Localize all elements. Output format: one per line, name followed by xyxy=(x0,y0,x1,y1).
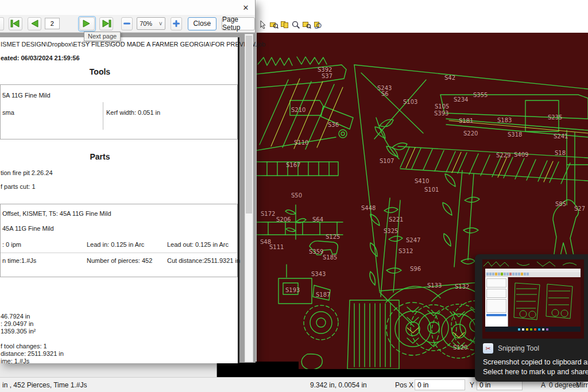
part-detail-box: Offset, KISMET, T5: 45A 11G Fine Mild 45… xyxy=(0,204,238,277)
preview-scrollbar[interactable] xyxy=(245,34,253,362)
kerf-width: Kerf width: 0.051 in xyxy=(106,109,160,116)
part-label: S234 xyxy=(454,96,468,103)
part-label: S50 xyxy=(291,192,302,199)
zoom-out-button[interactable] xyxy=(121,17,133,30)
part-label: S120 xyxy=(453,344,467,351)
detail-box-divider xyxy=(1,253,237,253)
thumbnail-side-panel xyxy=(485,277,508,327)
part-label: S18 xyxy=(555,150,566,156)
close-icon[interactable]: ✕ xyxy=(240,2,252,13)
summary-time: ime: 1.#Js xyxy=(1,358,64,365)
summary-area: 1359.305 in² xyxy=(1,328,64,335)
part-label: S241 xyxy=(554,133,568,139)
minus-icon xyxy=(123,20,131,28)
cut-distance-cell: Cut distance:2511.9321 in xyxy=(167,257,240,264)
feedrate-cell: : 0 ipm xyxy=(2,241,21,248)
angle-value: 0 degrees xyxy=(549,381,579,389)
part-label: S64 xyxy=(312,216,323,223)
plus-icon xyxy=(172,20,180,28)
part-label: S312 xyxy=(399,248,413,254)
part-label: S187 xyxy=(316,292,330,298)
part-label: S27 xyxy=(574,205,585,212)
part-label: S133 xyxy=(427,282,442,289)
pos-x-input[interactable] xyxy=(415,379,465,390)
part-label: S393 xyxy=(434,110,448,117)
thumbnail-canvas xyxy=(508,277,581,327)
scrollbar-thumb[interactable] xyxy=(246,36,252,214)
notification-message[interactable]: Screenshot copied to clipboard and sav S… xyxy=(483,358,588,377)
notification-header: ✂ Snipping Tool xyxy=(483,343,539,354)
pos-y-label: Y xyxy=(470,381,474,389)
last-page-button[interactable] xyxy=(99,17,113,30)
notification-line1: Screenshot copied to clipboard and sav xyxy=(483,358,588,367)
previous-page-button[interactable] xyxy=(28,17,41,30)
page-setup-button[interactable]: Page Setup xyxy=(222,17,255,30)
last-page-icon xyxy=(100,19,112,28)
notification-app-name: Snipping Tool xyxy=(498,344,539,352)
first-page-button[interactable] xyxy=(9,17,22,30)
thumbnail-canvas-edge xyxy=(482,259,584,269)
part-label: S37 xyxy=(322,73,332,79)
tools-box: 5A 11G Fine Mild sma Kerf width: 0.051 i… xyxy=(0,84,238,139)
part-label: S6 xyxy=(381,91,389,97)
part-label: S410 xyxy=(415,178,429,184)
next-page-button-highlight xyxy=(78,16,96,32)
print-preview-dialog: ✕ 70% ˅ xyxy=(0,0,256,363)
screenshot-thumbnail[interactable] xyxy=(482,259,584,339)
page-number-input[interactable] xyxy=(45,18,60,29)
document-page: ISMET DESIGN\Dropbox\ETSY FILES\GOD MADE… xyxy=(0,37,239,363)
zoom-selected-icon[interactable] xyxy=(301,20,311,30)
part-label: S85 xyxy=(555,201,566,207)
pos-x-label: Pos X xyxy=(395,381,413,389)
snipping-tool-notification[interactable]: ✂ Snipping Tool Screenshot copied to cli… xyxy=(475,254,588,382)
summary-height: : 29.0497 in xyxy=(1,320,64,328)
next-page-button[interactable] xyxy=(79,17,95,30)
part-label: S183 xyxy=(497,117,512,123)
dialog-titlebar[interactable]: ✕ xyxy=(0,0,255,15)
part-label: S101 xyxy=(424,187,439,193)
part-label: S107 xyxy=(380,158,394,164)
tools-heading: Tools xyxy=(0,67,200,76)
zoom-all-icon[interactable] xyxy=(312,20,322,30)
part-label: S220 xyxy=(463,130,478,137)
part-label: S355 xyxy=(473,92,488,98)
part-label: S448 xyxy=(361,205,376,211)
summary-width: 46.7924 in xyxy=(1,313,64,320)
part-label: S181 xyxy=(459,118,473,124)
mirror-label: Mirro xyxy=(576,381,588,389)
part-label: S235 xyxy=(548,114,562,121)
part-label: S105 xyxy=(435,103,449,110)
canvas-black-margin xyxy=(217,362,299,377)
zoom-dynamic-icon[interactable] xyxy=(291,20,300,30)
detail-line2: 45A 11G Fine Mild xyxy=(2,225,54,232)
zoom-window-icon[interactable] xyxy=(269,20,278,30)
chevron-down-icon: ˅ xyxy=(159,21,163,27)
part-label: S359 xyxy=(309,249,323,255)
select-cursor-icon[interactable] xyxy=(258,20,268,30)
part-label: S206 xyxy=(276,216,291,223)
zoom-level-value: 70% xyxy=(140,20,152,27)
part-label: S318 xyxy=(508,131,522,138)
close-button[interactable]: Close xyxy=(188,17,216,30)
previous-page-icon xyxy=(29,19,40,28)
part-label: S392 xyxy=(318,67,332,73)
zoom-extents-icon[interactable] xyxy=(280,20,289,30)
view-toolbar xyxy=(257,18,323,32)
parts-heading: Parts xyxy=(0,152,200,161)
part-label: S409 xyxy=(514,152,528,158)
clipped-edge-button[interactable] xyxy=(0,17,4,30)
tool-name: 5A 11G Fine Mild xyxy=(2,92,51,99)
part-label: S325 xyxy=(384,228,398,234)
summary-tool-changes: f tool changes: 1 xyxy=(1,343,64,350)
thumbnail-taskbar xyxy=(485,327,581,332)
part-label: S210 xyxy=(291,107,305,113)
job-summary: 46.7924 in : 29.0497 in 1359.305 in² f t… xyxy=(1,313,64,365)
part-label: S247 xyxy=(406,237,420,243)
pierces-cell: Number of pierces: 452 xyxy=(87,257,152,264)
lead-out-cell: Lead out: 0.125 in Arc xyxy=(167,241,229,248)
part-name: tion fire pit 2.26.24 xyxy=(1,169,53,176)
part-label: S111 xyxy=(269,244,284,250)
zoom-in-button[interactable] xyxy=(171,17,182,30)
part-label: S193 xyxy=(285,287,300,293)
zoom-level-select[interactable]: 70% ˅ xyxy=(137,17,165,30)
